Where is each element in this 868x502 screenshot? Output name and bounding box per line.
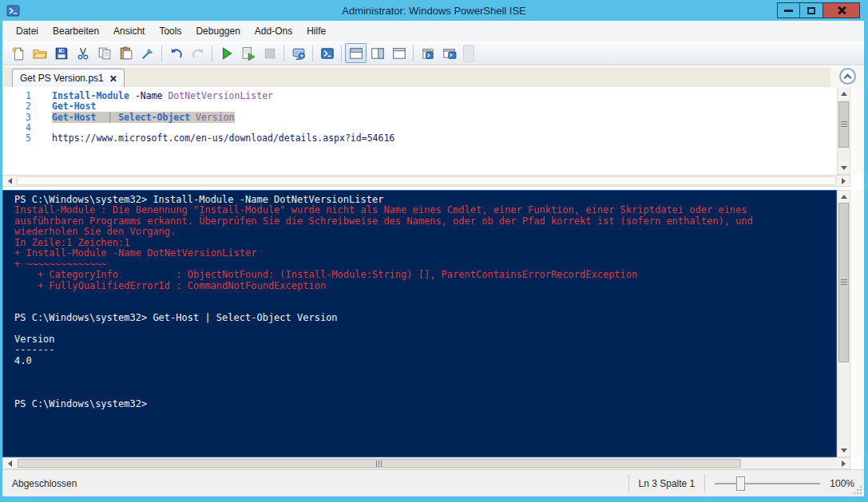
console-line (14, 291, 836, 302)
title-bar: Administrator: Windows PowerShell ISE (0, 0, 868, 21)
editor-vertical-scrollbar[interactable] (837, 87, 850, 175)
undo-button[interactable] (165, 43, 187, 63)
stop-operation-button[interactable] (259, 43, 280, 63)
chevron-up-icon (844, 73, 852, 81)
line-number: 5 (2, 133, 31, 144)
maximize-button[interactable] (800, 2, 823, 18)
scrollbar-track[interactable] (16, 176, 837, 186)
cursor-position: Ln 3 Spalte 1 (639, 478, 696, 489)
thumb-grip (376, 460, 382, 467)
start-powershell-exe-button[interactable] (316, 43, 338, 63)
clear-console-pane-button[interactable] (137, 43, 158, 63)
save-script-button[interactable] (50, 43, 72, 63)
script-tab[interactable]: Get PS Version.ps1 (12, 69, 125, 87)
menu-item-ansicht[interactable]: Ansicht (106, 22, 152, 40)
console-line: + FullyQualifiedErrorId : CommandNotFoun… (14, 281, 836, 291)
menu-item-datei[interactable]: Datei (9, 22, 46, 40)
editor-line: Install-Module -Name DotNetVersionLister (52, 91, 837, 101)
script-tab-strip: Get PS Version.ps1 (2, 67, 864, 87)
console-line: 4.0 (14, 356, 836, 366)
scrollbar-thumb[interactable] (838, 101, 849, 148)
open-script-button[interactable] (29, 43, 50, 63)
console-line: PS C:\Windows\system32> (14, 399, 836, 409)
redo-button[interactable] (187, 43, 208, 63)
console-line: + CategoryInfo : ObjectNotFound: (Instal… (14, 270, 836, 280)
line-number: 1 (2, 91, 31, 101)
console-horizontal-scrollbar[interactable] (2, 457, 850, 469)
console-vertical-scrollbar[interactable] (837, 190, 850, 457)
scrollbar-thumb[interactable] (18, 459, 741, 468)
minimize-button[interactable] (777, 2, 800, 18)
show-script-pane-top-button[interactable] (345, 43, 367, 63)
new-powershell-tab-button[interactable] (417, 43, 438, 63)
editor-code: Install-Module -Name DotNetVersionLister… (39, 91, 837, 175)
run-selection-button[interactable] (237, 43, 259, 63)
toolbar-separator (341, 45, 342, 61)
resize-grip-icon[interactable] (851, 484, 862, 494)
slider-thumb[interactable] (736, 476, 745, 491)
menu-item-bearbeiten[interactable]: Bearbeiten (46, 22, 106, 40)
window-controls (777, 2, 860, 18)
scroll-right-button[interactable] (837, 458, 850, 468)
console-line: + ~~~~~~~~~~~~~~ (14, 259, 836, 270)
scroll-down-button[interactable] (838, 445, 850, 457)
cut-button[interactable] (72, 43, 93, 63)
console-output[interactable]: PS C:\Windows\system32> Install-Module -… (2, 190, 837, 457)
slider-track[interactable] (715, 483, 820, 484)
zoom-slider[interactable] (715, 476, 820, 492)
scrollbar-track[interactable] (838, 100, 850, 162)
editor-line: Get-Host (52, 101, 837, 112)
copy-button[interactable] (93, 43, 115, 63)
menu-item-debuggen[interactable]: Debuggen (188, 22, 247, 40)
editor-scroll-strip (837, 87, 864, 175)
editor-line (52, 123, 837, 133)
paste-button[interactable] (115, 43, 137, 63)
arrow-down-icon (841, 166, 847, 170)
show-script-pane-maximized-button[interactable] (388, 43, 410, 63)
collapse-script-pane-button[interactable] (839, 68, 856, 85)
scroll-down-button[interactable] (838, 162, 850, 174)
scrollbar-track[interactable] (838, 203, 850, 445)
run-script-button[interactable] (216, 43, 237, 63)
console-line: PS C:\Windows\system32> Install-Module -… (14, 195, 836, 205)
powershell-window-button[interactable] (438, 43, 460, 63)
show-script-pane-right-button[interactable] (367, 43, 388, 63)
menu-item-add-ons[interactable]: Add-Ons (248, 22, 299, 40)
scroll-left-button[interactable] (3, 458, 16, 468)
console-line: wiederholen Sie den Vorgang. (14, 227, 836, 237)
toolbar-separator (283, 45, 284, 61)
console-line: PS C:\Windows\system32> Get-Host | Selec… (14, 313, 836, 323)
script-editor[interactable]: 12345 Install-Module -Name DotNetVersion… (2, 87, 837, 175)
script-tab-label: Get PS Version.ps1 (20, 73, 104, 84)
line-number: 3 (2, 113, 31, 123)
editor-line: https://www.microsoft.com/en-us/download… (52, 133, 837, 144)
status-right-group: Ln 3 Spalte 1 100% (628, 475, 854, 492)
line-number: 4 (2, 123, 31, 133)
minimize-icon (784, 10, 793, 12)
scrollbar-thumb[interactable] (17, 176, 836, 185)
menu-bar: DateiBearbeitenAnsichtToolsDebuggenAdd-O… (2, 21, 864, 42)
scroll-up-button[interactable] (838, 191, 850, 203)
editor-horizontal-scrollbar[interactable] (2, 175, 850, 187)
console-line: ------- (14, 345, 836, 355)
new-script-button[interactable] (7, 43, 29, 63)
toolbar-overflow-handle[interactable] (463, 45, 474, 62)
status-separator (628, 475, 629, 492)
console-pane: PS C:\Windows\system32> Install-Module -… (2, 190, 864, 457)
scroll-left-button[interactable] (3, 176, 16, 186)
menu-item-hilfe[interactable]: Hilfe (299, 22, 333, 40)
scrollbar-thumb[interactable] (838, 203, 849, 362)
scrollbar-track[interactable] (16, 458, 837, 468)
scroll-right-button[interactable] (837, 176, 850, 186)
menu-item-tools[interactable]: Tools (152, 22, 188, 40)
tab-close-icon[interactable] (109, 75, 117, 82)
toolbar-separator (312, 45, 313, 61)
console-line (14, 377, 836, 388)
line-number: 2 (2, 101, 31, 112)
arrow-down-icon (841, 449, 847, 453)
close-button[interactable] (823, 2, 860, 18)
thumb-grip (841, 121, 847, 128)
new-remote-powershell-tab-button[interactable] (287, 43, 309, 63)
status-bar: Abgeschlossen Ln 3 Spalte 1 100% (2, 469, 864, 496)
scroll-up-button[interactable] (838, 88, 850, 100)
